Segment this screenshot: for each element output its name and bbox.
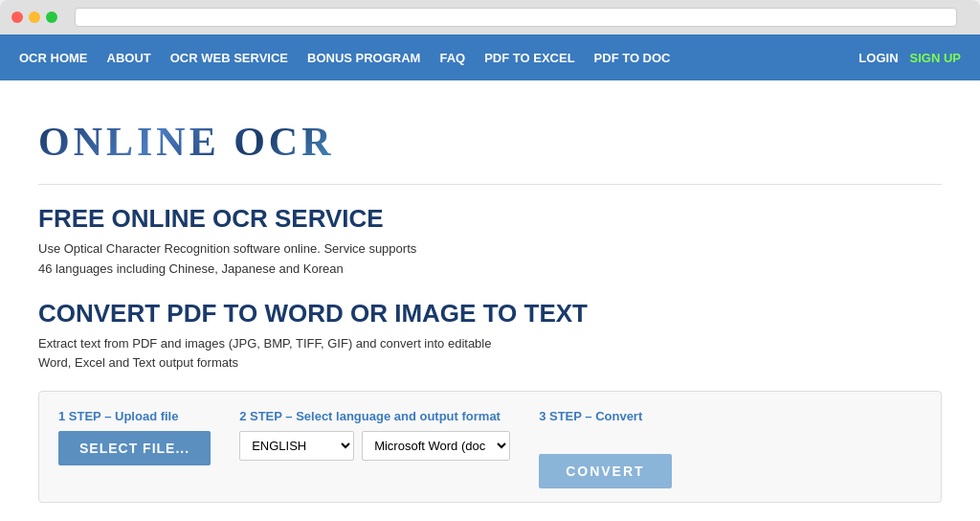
heading-convert: CONVERT PDF TO WORD OR IMAGE TO TEXT bbox=[38, 299, 942, 328]
heading-ocr-service: FREE ONLINE OCR SERVICE bbox=[38, 204, 942, 234]
nav-links: OCR HOME ABOUT OCR WEB SERVICE BONUS PRO… bbox=[19, 51, 671, 65]
minimize-dot[interactable] bbox=[29, 11, 40, 23]
divider-1 bbox=[38, 184, 942, 185]
nav-item-home[interactable]: OCR HOME bbox=[19, 51, 88, 65]
nav-item-bonus[interactable]: BONUS PROGRAM bbox=[307, 51, 420, 65]
language-select[interactable]: ENGLISH FRENCH GERMAN SPANISH bbox=[239, 431, 354, 461]
step1-label: 1 STEP – Upload file bbox=[58, 409, 211, 423]
nav-auth: LOGIN SIGN UP bbox=[858, 51, 961, 65]
steps-box: 1 STEP – Upload file SELECT FILE... 2 ST… bbox=[38, 391, 942, 503]
step2-selects: ENGLISH FRENCH GERMAN SPANISH Microsoft … bbox=[239, 431, 510, 461]
step1-col: 1 STEP – Upload file SELECT FILE... bbox=[58, 409, 211, 465]
sub-convert: Extract text from PDF and images (JPG, B… bbox=[38, 334, 942, 374]
nav-item-pdfdoc[interactable]: PDF TO DOC bbox=[594, 51, 671, 65]
step3-label: 3 STEP – Convert bbox=[539, 409, 671, 423]
convert-button[interactable]: CONVERT bbox=[539, 454, 671, 488]
maximize-dot[interactable] bbox=[46, 11, 57, 23]
nav-item-about[interactable]: ABOUT bbox=[107, 51, 151, 65]
nav-item-webservice[interactable]: OCR WEB SERVICE bbox=[170, 51, 288, 65]
nav-item-faq[interactable]: FAQ bbox=[439, 51, 465, 65]
nav-item-pdfexcel[interactable]: PDF TO EXCEL bbox=[484, 51, 574, 65]
login-link[interactable]: LOGIN bbox=[858, 51, 898, 65]
close-dot[interactable] bbox=[11, 11, 23, 23]
step3-col: 3 STEP – Convert CONVERT bbox=[539, 409, 671, 488]
signup-link[interactable]: SIGN UP bbox=[910, 51, 961, 65]
logo-area: ONLINE OCR bbox=[38, 100, 942, 174]
navbar: OCR HOME ABOUT OCR WEB SERVICE BONUS PRO… bbox=[0, 34, 980, 80]
step2-label: 2 STEP – Select language and output form… bbox=[239, 409, 510, 423]
logo: ONLINE OCR bbox=[38, 119, 335, 165]
step2-col: 2 STEP – Select language and output form… bbox=[239, 409, 510, 461]
sub-ocr-service: Use Optical Character Recognition softwa… bbox=[38, 239, 942, 280]
address-bar[interactable] bbox=[75, 8, 957, 27]
main-content: ONLINE OCR FREE ONLINE OCR SERVICE Use O… bbox=[0, 80, 980, 521]
window-chrome bbox=[0, 0, 980, 34]
select-file-button[interactable]: SELECT FILE... bbox=[58, 431, 211, 465]
format-select[interactable]: Microsoft Word (doc Microsoft Excel (xls… bbox=[362, 431, 510, 461]
